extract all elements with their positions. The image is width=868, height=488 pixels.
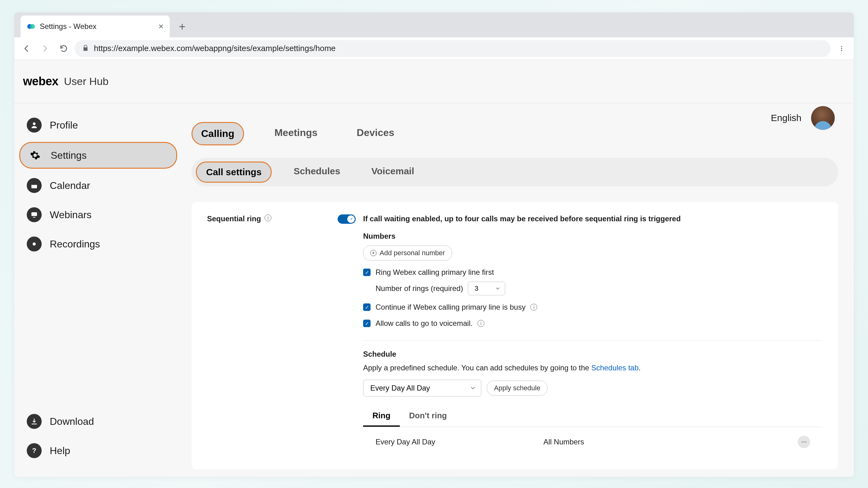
calendar-icon xyxy=(27,178,42,193)
person-icon xyxy=(27,118,42,133)
forward-button[interactable] xyxy=(37,41,53,56)
tab-meetings[interactable]: Meetings xyxy=(266,122,327,145)
sidebar-item-recordings[interactable]: Recordings xyxy=(19,232,177,256)
svg-point-2 xyxy=(841,46,842,47)
sidebar-item-download[interactable]: Download xyxy=(19,409,177,434)
browser-window: Settings - Webex × + https://example.web… xyxy=(14,12,854,477)
add-number-label: Add personal number xyxy=(380,249,445,257)
sidebar-item-help[interactable]: ? Help xyxy=(19,438,177,463)
sidebar-item-label: Help xyxy=(50,445,70,457)
sidebar-item-label: Download xyxy=(50,416,94,427)
allow-voicemail-label: Allow calls to go to voicemail. xyxy=(376,319,472,328)
tab-ring[interactable]: Ring xyxy=(363,406,400,427)
svg-point-3 xyxy=(841,48,842,49)
allow-voicemail-checkbox[interactable]: ✓ xyxy=(363,320,371,327)
schedule-select[interactable]: Every Day All Day xyxy=(363,380,481,397)
setting-title: Sequential ring xyxy=(207,214,261,223)
tab-devices[interactable]: Devices xyxy=(348,122,403,145)
app-subtitle: User Hub xyxy=(64,75,109,87)
svg-rect-8 xyxy=(31,212,37,216)
ring-primary-label: Ring Webex calling primary line first xyxy=(376,268,494,277)
main-tabs: Calling Meetings Devices xyxy=(191,122,838,145)
app-wordmark: webex xyxy=(23,75,58,88)
toolbar: https://example.webex.com/webappng/sites… xyxy=(14,37,854,60)
sequential-ring-toggle[interactable]: ✓ xyxy=(338,214,355,224)
main-content: English Calling Meetings Devices Call se… xyxy=(182,103,854,477)
tab-dont-ring[interactable]: Don't ring xyxy=(400,406,456,427)
svg-point-9 xyxy=(33,242,36,246)
setting-note: If call waiting enabled, up to four call… xyxy=(363,214,823,223)
apply-schedule-label: Apply schedule xyxy=(494,384,540,392)
new-tab-button[interactable]: + xyxy=(173,18,191,36)
sidebar-item-profile[interactable]: Profile xyxy=(19,113,177,138)
app-root: webex User Hub Profile Settings xyxy=(14,60,854,477)
record-icon xyxy=(27,236,42,252)
url-text: https://example.webex.com/webappng/sites… xyxy=(94,44,336,53)
browser-menu-button[interactable] xyxy=(834,41,849,56)
number-of-rings-label: Number of rings (required) xyxy=(376,284,463,293)
subtab-call-settings[interactable]: Call settings xyxy=(196,162,272,183)
reload-button[interactable] xyxy=(56,41,71,56)
svg-point-12 xyxy=(805,441,806,442)
schedules-tab-link[interactable]: Schedules tab xyxy=(591,364,639,372)
help-icon: ? xyxy=(27,443,42,458)
apply-schedule-button[interactable]: Apply schedule xyxy=(487,381,548,396)
svg-point-1 xyxy=(30,24,35,29)
chevron-down-icon xyxy=(470,385,476,391)
continue-if-busy-label: Continue if Webex calling primary line i… xyxy=(376,303,525,312)
sub-tabs: Call settings Schedules Voicemail xyxy=(191,158,838,186)
sidebar-item-label: Profile xyxy=(50,119,78,131)
top-right-controls: English xyxy=(771,106,835,130)
ring-primary-first-checkbox[interactable]: ✓ xyxy=(363,268,371,276)
sidebar-item-label: Recordings xyxy=(50,238,100,250)
webex-favicon-icon xyxy=(27,22,35,31)
schedule-label: Schedule xyxy=(363,350,823,358)
lock-icon xyxy=(82,45,89,53)
svg-point-11 xyxy=(803,441,804,442)
number-of-rings-select[interactable]: 3 xyxy=(468,282,505,295)
tab-title: Settings - Webex xyxy=(40,22,154,31)
language-selector[interactable]: English xyxy=(771,113,802,123)
tab-calling[interactable]: Calling xyxy=(191,122,244,145)
svg-point-10 xyxy=(802,441,803,442)
info-icon[interactable]: i xyxy=(477,320,484,327)
continue-if-busy-checkbox[interactable]: ✓ xyxy=(363,304,371,311)
app-header: webex User Hub xyxy=(14,60,854,103)
sequential-ring-panel: Sequential ring i ✓ If call waiting enab… xyxy=(191,202,838,469)
user-avatar[interactable] xyxy=(811,106,835,130)
numbers-label: Numbers xyxy=(363,232,823,240)
sidebar-item-label: Calendar xyxy=(50,180,90,192)
sidebar-item-settings[interactable]: Settings xyxy=(19,142,177,169)
row-actions-button[interactable] xyxy=(798,436,810,448)
plus-icon: + xyxy=(370,250,376,256)
ring-tabs: Ring Don't ring xyxy=(363,406,823,427)
schedule-description: Apply a predefined schedule. You can add… xyxy=(363,364,823,372)
sidebar-item-webinars[interactable]: Webinars xyxy=(19,202,177,227)
rings-value: 3 xyxy=(474,284,478,292)
schedule-row-name: Every Day All Day xyxy=(376,438,544,446)
browser-tab[interactable]: Settings - Webex × xyxy=(21,16,170,37)
sidebar-item-label: Settings xyxy=(51,150,87,161)
add-personal-number-button[interactable]: + Add personal number xyxy=(363,246,452,260)
sidebar-item-label: Webinars xyxy=(50,209,92,221)
back-button[interactable] xyxy=(19,41,34,56)
sidebar: Profile Settings Calendar xyxy=(14,103,182,477)
subtab-voicemail[interactable]: Voicemail xyxy=(362,162,424,183)
info-icon[interactable]: i xyxy=(265,214,271,221)
chevron-down-icon xyxy=(495,286,500,291)
info-icon[interactable]: i xyxy=(530,304,537,311)
svg-point-5 xyxy=(33,122,36,125)
schedule-row: Every Day All Day All Numbers xyxy=(363,427,823,457)
tab-bar: Settings - Webex × + xyxy=(14,12,854,37)
webinar-icon xyxy=(27,207,42,222)
sidebar-item-calendar[interactable]: Calendar xyxy=(19,173,177,198)
schedule-select-value: Every Day All Day xyxy=(370,384,430,392)
schedule-desc-post: . xyxy=(639,364,641,372)
subtab-schedules[interactable]: Schedules xyxy=(284,162,349,183)
svg-rect-7 xyxy=(31,183,37,185)
download-icon xyxy=(27,414,42,429)
close-tab-icon[interactable]: × xyxy=(159,22,163,31)
schedule-row-scope: All Numbers xyxy=(544,438,798,446)
divider xyxy=(363,340,823,341)
address-bar[interactable]: https://example.webex.com/webappng/sites… xyxy=(74,40,831,57)
